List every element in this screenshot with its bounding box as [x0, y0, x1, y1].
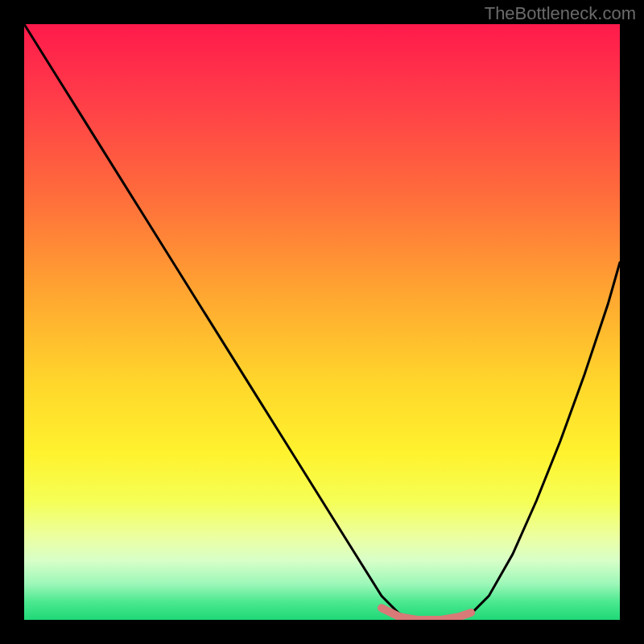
chart-frame: TheBottleneck.com: [0, 0, 644, 644]
watermark-label: TheBottleneck.com: [485, 3, 636, 24]
gradient-background: [24, 24, 620, 620]
bottleneck-chart: [24, 24, 620, 620]
plot-area: [24, 24, 620, 620]
